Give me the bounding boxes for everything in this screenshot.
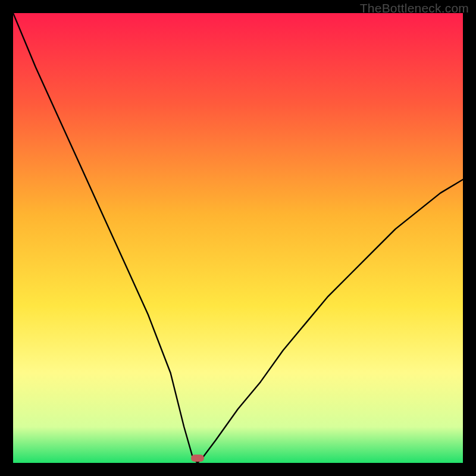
watermark-text: TheBottleneck.com (360, 1, 469, 15)
chart-frame: TheBottleneck.com (0, 0, 476, 476)
bottleneck-curve (13, 13, 463, 463)
optimum-marker (191, 455, 204, 462)
